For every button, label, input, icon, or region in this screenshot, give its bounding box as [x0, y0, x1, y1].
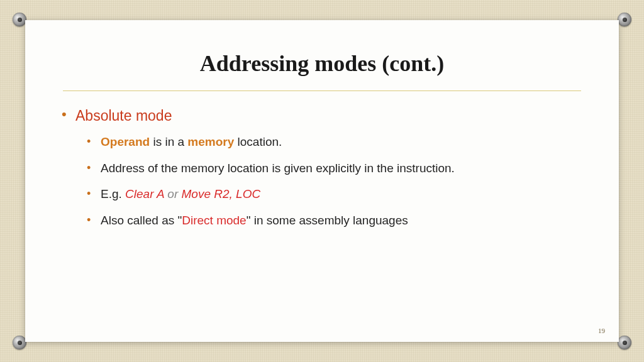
bullet-list: Absolute mode Operand is in a memory loc… [63, 107, 581, 229]
text: " in some assembly languages [247, 214, 408, 227]
list-item: E.g. Clear A or Move R2, LOC [101, 185, 581, 203]
bullet-heading: Absolute mode [75, 107, 172, 124]
corner-screw-icon [618, 336, 631, 349]
text: is in a [150, 135, 187, 148]
keyword-direct-mode: Direct mode [182, 214, 246, 227]
corner-screw-icon [618, 13, 631, 26]
example-code: Move R2, LOC [181, 187, 260, 200]
slide-card: Addressing modes (cont.) Absolute mode O… [25, 20, 619, 342]
sub-list: Operand is in a memory location. Address… [75, 133, 581, 229]
list-item: Operand is in a memory location. [101, 133, 581, 151]
page-number: 19 [598, 327, 605, 334]
text: Address of the memory location is given … [101, 162, 455, 175]
example-code: Clear A [125, 187, 164, 200]
corner-screw-icon [13, 336, 26, 349]
divider [63, 90, 581, 91]
text: or [164, 187, 181, 200]
text: Also called as " [101, 214, 182, 227]
keyword-operand: Operand [101, 135, 150, 148]
list-item: Absolute mode Operand is in a memory loc… [75, 107, 581, 229]
text: E.g. [101, 187, 125, 200]
keyword-memory: memory [187, 135, 234, 148]
list-item: Address of the memory location is given … [101, 160, 581, 177]
slide-title: Addressing modes (cont.) [63, 50, 581, 77]
list-item: Also called as "Direct mode" in some ass… [101, 212, 581, 229]
text: location. [234, 135, 282, 148]
corner-screw-icon [13, 13, 26, 26]
